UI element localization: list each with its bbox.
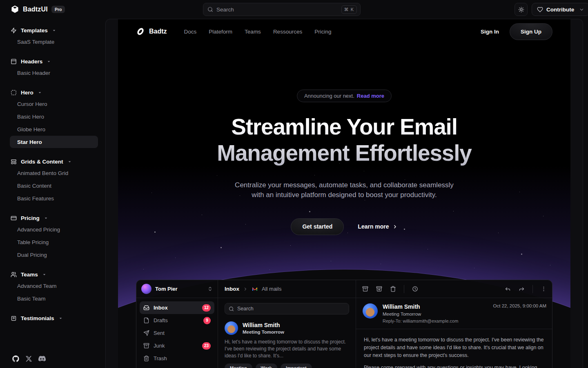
badtz-logo-icon (136, 27, 145, 36)
theme-toggle-button[interactable] (514, 3, 528, 16)
chevron-right-icon (243, 287, 248, 292)
unread-badge: 12 (202, 304, 211, 312)
hero-content: Announcing our next. Read more Streamlin… (118, 39, 570, 235)
section-label: Pricing (21, 215, 40, 221)
mail-search-input[interactable] (237, 306, 345, 312)
sidebar-item-globe-hero[interactable]: Globe Hero (11, 123, 95, 135)
reply-icon[interactable] (505, 286, 511, 292)
archive-icon[interactable] (362, 286, 368, 292)
unread-badge: 23 (202, 342, 211, 350)
tag-important[interactable]: Important (281, 364, 312, 368)
sign-up-button[interactable]: Sign Up (510, 23, 552, 40)
archive-restore-icon[interactable] (376, 286, 382, 292)
nav-link-pricing[interactable]: Pricing (314, 29, 331, 35)
sidebar-item-saas-template[interactable]: SaaS Template (11, 36, 95, 48)
app-title: BadtzUI (23, 6, 48, 13)
search-icon (229, 306, 234, 312)
sidebar: Templates SaaS Template Headers Basic He… (0, 19, 105, 368)
sidebar-item-dual-pricing[interactable]: Dual Pricing (11, 249, 95, 261)
sidebar-item-basic-hero[interactable]: Basic Hero (11, 110, 95, 123)
hero-brand[interactable]: Badtz (136, 27, 167, 36)
app-logo[interactable]: BadtzUI Pro (11, 5, 65, 13)
section-label: Hero (21, 90, 33, 96)
folder-sent[interactable]: Sent (140, 327, 214, 339)
inbox-icon (143, 305, 149, 311)
folder-inbox[interactable]: Inbox 12 (140, 301, 214, 314)
sidebar-item-animated-bento-grid[interactable]: Animated Bento Grid (11, 167, 95, 179)
nav-link-ressources[interactable]: Ressources (273, 29, 302, 35)
sidebar-header-teams[interactable]: Teams (11, 269, 95, 279)
account-name: Tom Pier (155, 286, 204, 292)
folder-trash[interactable]: Trash (140, 352, 214, 365)
search-input[interactable] (216, 7, 338, 13)
tag-work[interactable]: Work (256, 364, 277, 368)
sidebar-section-templates: Templates SaaS Template (11, 25, 95, 48)
cube-logo-icon (11, 5, 19, 13)
announcement-pill[interactable]: Announcing our next. Read more (297, 90, 392, 102)
clock-icon[interactable] (412, 286, 418, 292)
forward-icon[interactable] (519, 286, 525, 292)
account-switcher[interactable]: Tom Pier (136, 280, 218, 298)
sidebar-header-grids[interactable]: Grids & Content (11, 157, 95, 166)
trash-icon (143, 355, 149, 361)
get-started-button[interactable]: Get started (291, 218, 344, 235)
nav-link-docs[interactable]: Docs (184, 29, 197, 35)
mail-list-item[interactable]: William Smith Meeting Tomorrow Hi, let's… (218, 316, 356, 368)
hero-subtext: Centralize your messages, automate tasks… (118, 180, 570, 200)
hero-nav-right: Sign In Sign Up (481, 23, 552, 40)
nav-link-teams[interactable]: Teams (245, 29, 261, 35)
global-search[interactable]: ⌘ K (203, 3, 361, 16)
sidebar-header-hero[interactable]: Hero (11, 88, 95, 97)
folder-junk[interactable]: Junk 23 (140, 339, 214, 352)
sidebar-item-basic-team[interactable]: Basic Team (11, 292, 95, 305)
sidebar-item-advanced-pricing[interactable]: Advanced Pricing (11, 223, 95, 236)
sender-avatar (225, 321, 238, 335)
sidebar-section-testimonials: Testimonials (11, 313, 95, 323)
more-vertical-icon[interactable] (541, 286, 547, 292)
sidebar-item-basic-content[interactable]: Basic Content (11, 180, 95, 192)
sidebar-header-headers[interactable]: Headers (11, 56, 95, 66)
sidebar-section-hero: Hero Cursor Hero Basic Hero Globe Hero S… (11, 88, 95, 148)
folder-drafts[interactable]: Drafts 9 (140, 314, 214, 327)
chevron-down-icon (579, 7, 584, 12)
sidebar-item-advanced-team[interactable]: Advanced Team (11, 280, 95, 292)
breadcrumb-folder[interactable]: Inbox (225, 286, 239, 292)
sidebar-item-star-hero[interactable]: Star Hero (10, 136, 98, 148)
sender-avatar (363, 303, 378, 319)
section-label: Grids & Content (21, 159, 63, 165)
breadcrumb-filter[interactable]: All mails (262, 286, 281, 292)
learn-more-button[interactable]: Learn more (358, 223, 397, 230)
mail-detail-header: William Smith Meeting Tomorrow Reply-To:… (356, 298, 552, 329)
sidebar-header-pricing[interactable]: Pricing (11, 213, 95, 223)
read-more-link[interactable]: Read more (357, 93, 384, 99)
chevron-down-icon (44, 216, 48, 220)
pro-badge: Pro (51, 6, 65, 13)
discord-icon[interactable] (38, 355, 46, 362)
layout-grid-icon (11, 159, 17, 165)
chevron-down-icon (58, 316, 63, 321)
search-shortcut-kbd: ⌘ K (341, 5, 357, 14)
sidebar-header-testimonials[interactable]: Testimonials (11, 313, 95, 323)
mail-sidebar-pane: Tom Pier Inbox 12 Drafts 9 (136, 280, 218, 368)
chevron-down-icon (38, 90, 42, 95)
sidebar-section-headers: Headers Basic Header (11, 56, 95, 79)
section-label: Teams (21, 272, 38, 278)
detail-date: Oct 22, 2025, 9:00:00 AM (493, 303, 546, 323)
sidebar-item-table-pricing[interactable]: Table Pricing (11, 236, 95, 248)
tag-meeting[interactable]: Meeting (225, 364, 252, 368)
sidebar-item-basic-features[interactable]: Basic Features (11, 192, 95, 204)
mail-search-box[interactable] (225, 303, 349, 314)
mail-body: Hi, let's have a meeting tomorrow to dis… (356, 329, 552, 368)
sidebar-item-basic-header[interactable]: Basic Header (11, 67, 95, 79)
hero-brand-label: Badtz (149, 28, 167, 35)
mail-subject: Meeting Tomorrow (243, 330, 284, 334)
github-icon[interactable] (12, 355, 19, 362)
trash-icon[interactable] (390, 286, 396, 292)
sign-in-button[interactable]: Sign In (481, 29, 499, 35)
contribute-button[interactable]: Contribute (532, 3, 588, 16)
app-window-icon (11, 90, 17, 96)
sidebar-header-templates[interactable]: Templates (11, 25, 95, 35)
x-twitter-icon[interactable] (26, 356, 32, 362)
nav-link-plateform[interactable]: Plateform (209, 29, 232, 35)
sidebar-item-cursor-hero[interactable]: Cursor Hero (11, 98, 95, 110)
